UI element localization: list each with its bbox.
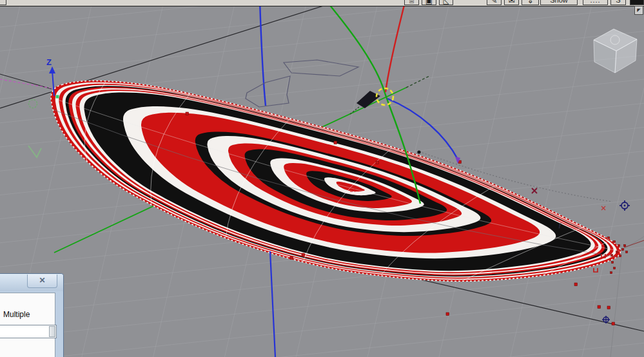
pencil-button[interactable]: ✎ <box>487 0 502 5</box>
active-tool-button[interactable] <box>630 0 644 5</box>
dialog-text-input[interactable] <box>0 326 50 338</box>
control-point-5 <box>574 283 578 286</box>
input-spinner[interactable] <box>49 326 55 337</box>
tip-control-point-6 <box>620 255 621 257</box>
tip-control-point-11 <box>610 272 612 274</box>
control-point-4 <box>446 313 449 316</box>
perspective-viewport[interactable]: ZƒL4 <box>0 0 644 357</box>
dialog-titlebar[interactable]: ✕ <box>0 274 63 291</box>
ruler-button[interactable]: .... <box>583 0 608 5</box>
toolbar-button-edge[interactable] <box>0 0 6 5</box>
mail-button[interactable]: ✉ <box>504 0 519 5</box>
dialog-close-button[interactable]: ✕ <box>27 275 57 288</box>
tip-control-point-2 <box>618 245 620 247</box>
rhino-viewport-window: { "toolbar": { "show_label": "Show", "s_… <box>0 0 644 357</box>
dialog-client-area: Multiple <box>0 293 55 357</box>
control-point-8 <box>612 322 615 325</box>
projector-icon: ⌸ <box>409 0 414 5</box>
save-button[interactable]: ▣ <box>422 0 436 5</box>
projector-button[interactable]: ⌸ <box>404 0 419 5</box>
show-button-label: Show <box>550 0 568 4</box>
multiple-label: Multiple <box>3 310 30 319</box>
pencil-icon: ✎ <box>491 0 497 5</box>
z-axis-label: Z <box>46 57 52 67</box>
tip-control-point-9 <box>612 262 614 264</box>
s-button[interactable]: S <box>610 0 626 5</box>
close-icon: ✕ <box>39 276 45 285</box>
control-point-1 <box>334 141 337 144</box>
ruler-button-glyph: .... <box>590 0 600 4</box>
control-point-0 <box>186 112 189 115</box>
tip-control-point-8 <box>626 251 628 253</box>
show-button[interactable]: Show <box>540 0 578 5</box>
history-f-glyph: ƒ <box>558 222 561 229</box>
dialog-input-wrap <box>0 325 57 338</box>
curve-point-dot <box>417 150 420 153</box>
control-point-6 <box>598 305 601 309</box>
tip-control-point-1 <box>614 241 616 243</box>
tip-control-point-7 <box>624 245 626 247</box>
import-icon: ⇓ <box>527 0 533 5</box>
target-marker-dot <box>624 205 626 207</box>
tip-control-point-3 <box>622 249 624 251</box>
zoom-icon: ◺ <box>443 0 449 5</box>
control-point-7 <box>607 306 610 309</box>
import-button[interactable]: ⇓ <box>522 0 539 5</box>
command-dialog: ✕ Multiple <box>0 273 64 357</box>
collapse-arrow-icon: ◤ <box>637 8 640 12</box>
point-label-l4: L4 <box>350 188 356 193</box>
s-button-label: S <box>616 0 620 4</box>
toolbar-collapse-handle[interactable]: ◤ <box>634 6 643 15</box>
selected-point-green <box>56 95 59 99</box>
control-point-2 <box>376 161 379 164</box>
tip-control-point-0 <box>608 237 610 239</box>
mail-icon: ✉ <box>508 0 514 5</box>
zoom-button[interactable]: ◺ <box>439 0 453 5</box>
save-icon: ▣ <box>425 0 433 5</box>
control-point-10 <box>302 253 305 256</box>
tip-control-point-10 <box>614 267 616 269</box>
top-toolbar: Show .... S ⌸▣◺✎✉⇓ <box>0 0 644 6</box>
tip-control-point-4 <box>616 251 618 253</box>
control-point-9 <box>290 256 293 260</box>
tip-control-point-5 <box>611 255 613 256</box>
